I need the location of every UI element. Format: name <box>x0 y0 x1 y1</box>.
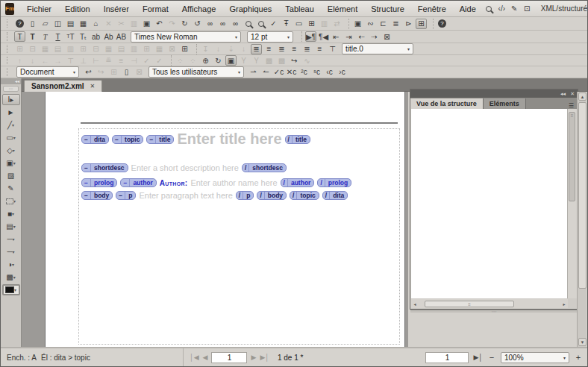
element-tag-close-dita[interactable]: /dita <box>322 191 348 200</box>
rotate-object-icon[interactable]: ↻ <box>213 55 224 66</box>
panel-resize-grip[interactable]: :::::: <box>410 310 578 313</box>
pen-style-swatch[interactable]: ▤▾ <box>2 221 20 232</box>
validate-icon[interactable]: ▣ <box>352 19 363 29</box>
line-number-field[interactable]: 1 <box>425 352 469 363</box>
collapse-element-icon[interactable]: − <box>82 136 91 143</box>
document-vertical-scrollbar[interactable]: ▲ ▼ <box>577 92 587 347</box>
interface-mode-selector[interactable]: XML/structuré ▾ <box>541 4 588 13</box>
element-tag-close-topic[interactable]: /topic <box>290 191 319 200</box>
italic-icon[interactable]: T <box>40 31 51 42</box>
prolog-line[interactable]: −prolog −author Author: Enter author nam… <box>81 178 351 187</box>
code-view-icon[interactable]: ‹/› <box>496 4 507 14</box>
gravity-icon[interactable]: ⊕ <box>200 55 211 66</box>
font-family-combo[interactable]: Times New Roman ▾ <box>131 31 241 43</box>
element-tag-open-author[interactable]: −author <box>120 178 156 187</box>
page-number-field[interactable]: 1 <box>211 352 247 363</box>
panel-vscroll-thumb[interactable]: ≡ <box>569 112 575 201</box>
shortdesc-placeholder[interactable]: Enter a short description here <box>131 163 239 172</box>
collapse-element-icon[interactable]: − <box>82 164 91 172</box>
menu-fen-tre[interactable]: Fenêtre <box>411 1 453 16</box>
link-icon[interactable]: ∾ <box>365 19 376 29</box>
revert-icon[interactable]: ↺ <box>192 19 203 29</box>
arrange-swatch[interactable]: ▩▾ <box>2 272 20 283</box>
history-back-icon[interactable]: ↩ <box>83 67 94 78</box>
fill-style-swatch[interactable]: ■▾ <box>2 208 20 219</box>
scroll-up-icon[interactable]: ▲ <box>578 92 587 101</box>
document-tab[interactable]: Sansnom2.xml ✕ <box>24 80 102 92</box>
quick-table-icon[interactable]: ⊞ <box>179 44 190 54</box>
goto-page-icon[interactable]: ▶│ <box>473 354 483 361</box>
element-tag-close-p[interactable]: /p <box>236 191 254 200</box>
space-below-icon[interactable]: ⇢ <box>369 31 380 42</box>
print-icon[interactable]: ▦ <box>78 19 89 29</box>
help-secondary-icon[interactable]: ? <box>437 19 448 29</box>
element-tag-open-prolog[interactable]: −prolog <box>81 178 117 187</box>
element-tag-close-author[interactable]: /author <box>281 178 315 187</box>
structure-view-icon[interactable]: ⊞ <box>416 19 427 29</box>
polygon-tool[interactable]: ◇▾ <box>2 145 20 156</box>
panel-menu-icon[interactable]: ☰ <box>565 102 578 109</box>
search-icon[interactable] <box>484 4 495 14</box>
element-boundaries-icon[interactable]: ⊏ <box>378 19 389 29</box>
hotspot-icon[interactable]: ▣ <box>225 55 237 66</box>
palette-collapse-icon[interactable]: ◂◂ <box>1 78 21 84</box>
new-document-icon[interactable]: ▯ <box>27 19 38 29</box>
preview-final-icon[interactable]: ‹c <box>324 67 335 78</box>
spellcheck-icon[interactable]: ✓ <box>268 19 279 29</box>
previous-page-icon[interactable]: ◀ <box>203 354 208 361</box>
accept-all-changes-icon[interactable]: ²c <box>298 67 310 78</box>
reject-change-icon[interactable]: ✕c <box>286 67 297 78</box>
scroll-down-icon[interactable]: ▼ <box>578 338 587 346</box>
indent-right-icon[interactable]: ⇥ <box>343 31 354 42</box>
menu-edition[interactable]: Edition <box>58 1 97 16</box>
underline-icon[interactable]: T <box>52 31 63 42</box>
align-justify-icon[interactable]: ≡ <box>289 44 300 54</box>
subscript-icon[interactable]: Tₜ <box>78 31 89 42</box>
element-tag-close-body[interactable]: /body <box>257 191 287 200</box>
panel-vertical-scrollbar[interactable]: ≡ <box>568 109 577 298</box>
zoom-in-icon[interactable] <box>243 19 254 29</box>
preview-original-icon[interactable]: ›c <box>337 67 348 78</box>
menu-format[interactable]: Format <box>136 1 175 16</box>
collapse-element-icon[interactable]: − <box>121 179 130 186</box>
indent-left-icon[interactable]: ⇤ <box>331 31 342 42</box>
collapse-element-icon[interactable]: − <box>113 136 122 143</box>
shortdesc-line[interactable]: −shortdesc Enter a short description her… <box>81 163 287 172</box>
find-previous-icon[interactable]: ∞ <box>230 19 241 29</box>
menu-graphiques[interactable]: Graphiques <box>222 1 278 16</box>
first-page-icon[interactable]: │◀ <box>190 354 199 361</box>
attributes-icon[interactable]: ⊳ <box>403 19 414 29</box>
new-view-icon[interactable]: ▯ <box>121 67 132 78</box>
find-icon[interactable]: ∞ <box>204 19 216 29</box>
uppercase-icon[interactable]: AB <box>116 31 127 42</box>
color-swatch[interactable]: ▾ <box>2 284 20 295</box>
lowercase-icon[interactable]: ab <box>90 31 101 42</box>
conditional-text-icon[interactable]: ▭ <box>293 19 304 29</box>
scroll-right-icon[interactable]: ▸ <box>560 301 568 307</box>
close-panel-icon[interactable]: ✕ <box>570 90 575 98</box>
align-top-icon[interactable]: ≣ <box>301 44 313 54</box>
title-placeholder[interactable]: Enter title here <box>177 131 281 148</box>
thesaurus-icon[interactable]: Ŧ <box>281 19 292 29</box>
copy-icon[interactable]: ▣ <box>141 19 152 29</box>
reshape-icon[interactable]: ↪ <box>289 55 300 66</box>
reject-all-changes-icon[interactable]: ⁵c <box>311 67 322 78</box>
object-style-tool[interactable]: ✎ <box>2 183 20 194</box>
paragraph-style-combo[interactable]: title.0 ▾ <box>342 43 413 54</box>
line-end-swatch[interactable]: ─▾ <box>2 246 20 257</box>
undo-icon[interactable]: ↶ <box>154 19 165 29</box>
text-symbols-icon[interactable]: ⊠ <box>381 31 392 42</box>
scroll-left-icon[interactable]: ◂ <box>411 301 419 307</box>
author-view-icon[interactable]: ✎ <box>509 4 520 14</box>
document-canvas[interactable]: −dita −topic −title Enter title here /ti… <box>22 92 408 347</box>
author-placeholder[interactable]: Enter author name here <box>190 178 277 187</box>
page[interactable]: −dita −topic −title Enter title here /ti… <box>46 92 404 347</box>
users-combo[interactable]: Tous les utilisateurs ▾ <box>148 66 244 78</box>
palette-grip[interactable]: :::: <box>3 86 19 92</box>
element-tag-open-shortdesc[interactable]: −shortdesc <box>81 163 128 172</box>
align-center-icon[interactable]: ≡ <box>263 44 275 54</box>
bold-icon[interactable]: T <box>27 31 38 42</box>
text-frame-tool[interactable]: ▣▾ <box>2 157 20 169</box>
align-left-icon[interactable]: ≣ <box>251 44 262 54</box>
element-tag-open-dita[interactable]: −dita <box>81 135 109 144</box>
